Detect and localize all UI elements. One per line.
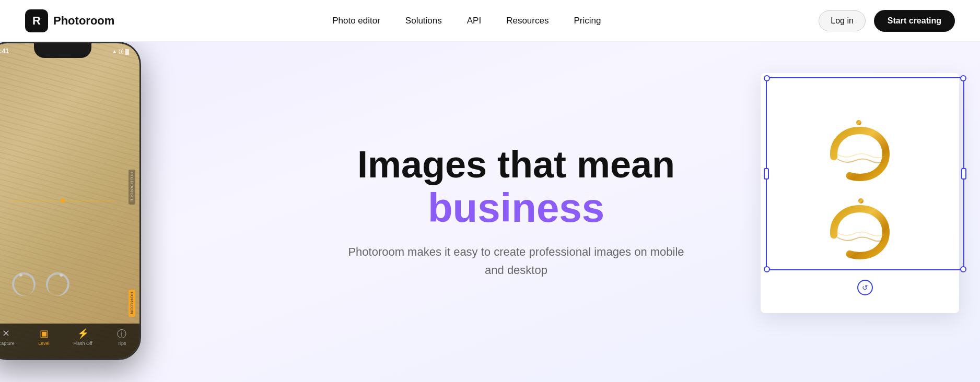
toolbar-level: ▣ Level — [38, 328, 50, 346]
nav-links: Photo editor Solutions API Resources Pri… — [332, 16, 601, 26]
capture-icon: ✕ — [1, 328, 12, 339]
svg-point-1 — [856, 120, 861, 125]
hero-title-line1: Images that mean — [357, 144, 675, 185]
gold-earring-bottom — [826, 198, 894, 266]
hero-content: Images that mean business Photoroom make… — [339, 144, 694, 279]
level-icon: ▣ — [38, 328, 50, 339]
nav-api[interactable]: API — [467, 16, 481, 26]
handle-top-right — [960, 75, 966, 81]
brand-name: Photoroom — [53, 14, 114, 28]
earrings-on-wood — [12, 272, 69, 296]
toolbar-tips: ⓘ Tips — [116, 328, 127, 346]
nav-actions: Log in Start creating — [819, 10, 955, 32]
level-label: Level — [38, 341, 50, 346]
navigation: R Photoroom Photo editor Solutions API R… — [0, 0, 980, 42]
login-button[interactable]: Log in — [819, 10, 866, 31]
handle-mid-right — [961, 168, 966, 180]
tips-icon: ⓘ — [116, 328, 127, 339]
earring-left — [9, 269, 39, 300]
nav-photo-editor[interactable]: Photo editor — [332, 16, 380, 26]
logo-link[interactable]: R Photoroom — [25, 9, 114, 32]
toolbar-flash: ⚡ Flash Off — [74, 328, 92, 346]
earring-right — [43, 269, 73, 300]
gold-earring-top — [826, 120, 894, 188]
hero-subtitle: Photoroom makes it easy to create profes… — [339, 243, 694, 279]
product-showcase: ↺ — [719, 31, 980, 365]
flash-icon: ⚡ — [77, 328, 89, 339]
nav-resources[interactable]: Resources — [506, 16, 549, 26]
phone-time: 9:41 — [0, 47, 9, 55]
nav-pricing[interactable]: Pricing — [574, 16, 601, 26]
horizon-label: HORIZON — [129, 290, 135, 317]
level-indicator — [10, 201, 115, 201]
tips-label: Tips — [118, 341, 126, 346]
hero-title-line2: business — [428, 185, 604, 231]
hero-section: 9:41 ▲ ))) ▓ HIGH ANGL — [0, 0, 980, 382]
camera-view: HIGH ANGLE HORIZON — [0, 43, 139, 359]
logo-icon: R — [25, 9, 48, 32]
phone-screen: 9:41 ▲ ))) ▓ HIGH ANGL — [0, 43, 139, 359]
phone-mockup: 9:41 ▲ ))) ▓ HIGH ANGL — [0, 42, 151, 365]
phone-notch — [34, 43, 91, 58]
high-angle-label: HIGH ANGLE — [129, 170, 135, 205]
toolbar-capture: ✕ Capture — [0, 328, 15, 346]
flash-label: Flash Off — [74, 341, 92, 346]
hero-title: Images that mean business — [339, 144, 694, 230]
phone-status-icons: ▲ ))) ▓ — [112, 49, 129, 54]
phone-toolbar: ✕ Capture ▣ Level ⚡ Flash Off ⓘ Tips — [0, 324, 139, 359]
nav-solutions[interactable]: Solutions — [405, 16, 442, 26]
handle-bottom-right — [960, 266, 966, 272]
start-creating-button[interactable]: Start creating — [874, 10, 955, 32]
svg-point-3 — [858, 198, 864, 204]
level-dot — [61, 199, 65, 203]
phone-frame: 9:41 ▲ ))) ▓ HIGH ANGL — [0, 42, 141, 360]
capture-label: Capture — [0, 341, 15, 346]
product-canvas — [761, 73, 959, 313]
